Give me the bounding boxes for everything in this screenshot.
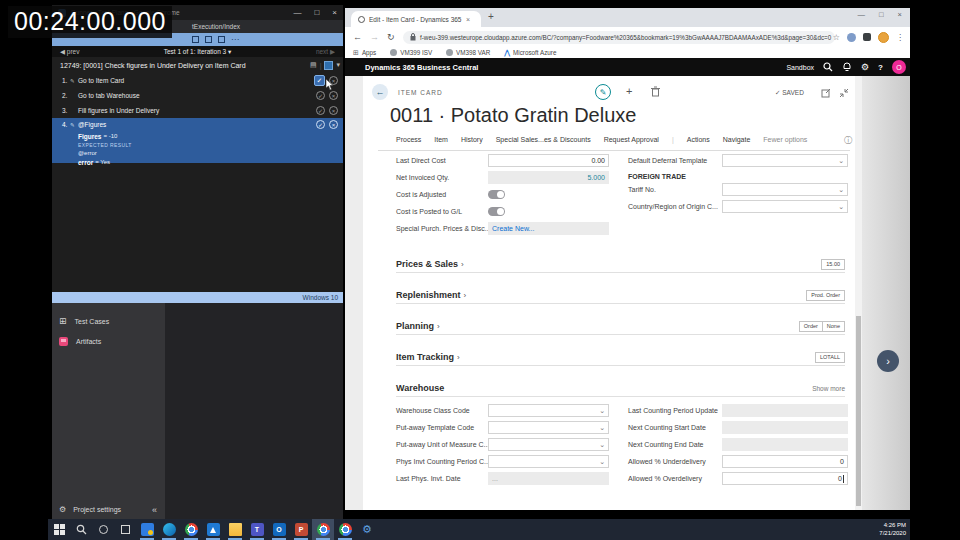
fasttab-summary-tile[interactable]: Prod. Order [806, 290, 845, 301]
bookmark-item[interactable]: ⋀Microsoft Azure [504, 49, 556, 57]
taskbar-app-powerpoint[interactable]: P [290, 519, 312, 540]
window-close-button[interactable]: × [898, 10, 902, 19]
edit-pencil-icon[interactable]: ✎ [595, 84, 611, 100]
collapse-sidebar-icon[interactable]: « [152, 505, 157, 515]
bookmark-star-icon[interactable]: ☆ [833, 33, 840, 42]
show-more-link[interactable]: Show more [812, 385, 845, 392]
runner-minimize-button[interactable]: — [293, 8, 301, 17]
profile-sync-icon[interactable] [847, 33, 856, 42]
taskbar-clock[interactable]: 4:26 PM 7/21/2020 [879, 521, 906, 537]
attach-icon[interactable] [218, 36, 225, 43]
scrollbar-thumb[interactable] [856, 316, 861, 506]
forward-icon[interactable]: → [370, 32, 379, 42]
taskbar-app-outlook[interactable]: O [268, 519, 290, 540]
menu-process[interactable]: Process [396, 136, 421, 143]
new-record-icon[interactable]: + [626, 85, 632, 97]
help-icon[interactable]: ? [878, 63, 883, 72]
title-menu-caret-icon[interactable]: ▾ [336, 61, 340, 69]
fasttab-item-tracking[interactable]: Item Tracking › LOTALL [396, 349, 845, 366]
taskbar-app-settings[interactable]: ⚙ [356, 519, 378, 540]
sidebar-item-artifacts[interactable]: Artifacts [52, 331, 165, 351]
next-test-button[interactable]: next ▶ [316, 48, 335, 56]
delete-trash-icon[interactable] [651, 86, 660, 97]
allowed-overdelivery-field[interactable]: 0 [722, 472, 848, 485]
iteration-selector[interactable]: Test 1 of 1: Iteration 3 ▾ [52, 48, 343, 56]
tab-close-icon[interactable]: × [466, 16, 470, 23]
last-direct-cost-field[interactable]: 0.00 [488, 154, 609, 167]
fasttab-prices-sales[interactable]: Prices & Sales › 15.00 [396, 256, 845, 273]
put-away-template-select[interactable]: ⌄ [488, 421, 609, 434]
taskbar-app-mail[interactable] [202, 519, 224, 540]
window-maximize-button[interactable]: □ [879, 10, 884, 19]
browser-avatar[interactable] [878, 32, 889, 43]
fasttab-summary-tile[interactable]: LOTALL [815, 352, 845, 363]
taskbar-app-chrome[interactable] [180, 519, 202, 540]
collapse-page-icon[interactable] [839, 88, 849, 98]
menu-navigate[interactable]: Navigate [723, 136, 751, 143]
sidebar-item-test-cases[interactable]: ⊞ Test Cases [52, 311, 165, 331]
step-pass-button[interactable]: ✓ [316, 120, 325, 129]
taskbar-app-chrome-active[interactable] [312, 519, 334, 540]
cortana-button[interactable] [92, 519, 114, 540]
tariff-no-select[interactable]: ⌄ [722, 183, 848, 196]
country-of-origin-select[interactable]: ⌄ [722, 200, 848, 213]
allowed-underdelivery-field[interactable]: 0 [722, 455, 848, 468]
fasttab-summary-tile[interactable]: None [823, 321, 845, 332]
screenshot-icon[interactable] [205, 36, 212, 43]
browser-menu-icon[interactable]: ⋮ [896, 33, 904, 42]
menu-request-approval[interactable]: Request Approval [604, 136, 659, 143]
address-bar[interactable]: f-weu-399.westeurope.cloudapp.azure.com/… [403, 31, 835, 44]
screen-capture-icon[interactable] [192, 36, 199, 43]
fasttab-warehouse[interactable]: Warehouse Show more [396, 380, 845, 397]
fasttab-planning[interactable]: Planning › Order None [396, 318, 845, 335]
default-deferral-template-select[interactable]: ⌄ [722, 154, 848, 167]
bookmark-item[interactable]: VM399 ISV [390, 49, 432, 56]
step-fail-button[interactable]: × [329, 91, 338, 100]
step-pass-button[interactable]: ✓ [316, 91, 325, 100]
back-button[interactable]: ← [372, 84, 388, 100]
menu-history[interactable]: History [461, 136, 483, 143]
settings-gear-icon[interactable]: ⚙ [861, 62, 869, 72]
menu-special-sales[interactable]: Special Sales...es & Discounts [496, 136, 591, 143]
search-icon[interactable] [823, 62, 833, 72]
bookmark-item[interactable]: VM398 VAR [446, 49, 490, 56]
fasttab-summary-tile[interactable]: 15.00 [821, 259, 845, 270]
comment-icon[interactable] [324, 61, 333, 70]
phys-invt-counting-period-select[interactable]: ⌄ [488, 455, 609, 468]
attachment-doc-icon[interactable]: ▤ [310, 61, 317, 69]
step-pass-button[interactable]: ✓ [316, 106, 325, 115]
special-purch-prices-link[interactable]: Create New... [488, 222, 609, 235]
taskbar-app-snip[interactable] [136, 519, 158, 540]
popout-window-icon[interactable] [821, 88, 831, 98]
menu-item[interactable]: Item [434, 136, 448, 143]
task-view-button[interactable] [114, 519, 136, 540]
back-icon[interactable]: ← [353, 32, 362, 42]
warehouse-class-code-select[interactable]: ⌄ [488, 404, 609, 417]
test-step-row[interactable]: 3. Fill figures in Under Delivery ✓ × [52, 103, 343, 118]
taskbar-app-edge[interactable] [158, 519, 180, 540]
fasttab-replenishment[interactable]: Replenishment › Prod. Order [396, 287, 845, 304]
taskbar-app-teams[interactable]: T [246, 519, 268, 540]
cost-is-adjusted-toggle[interactable] [488, 190, 505, 199]
taskbar-search-button[interactable] [70, 519, 92, 540]
step-pass-button[interactable]: ✓ [314, 75, 325, 86]
project-settings[interactable]: ⚙ Project settings « [52, 505, 165, 514]
fasttab-summary-tile[interactable]: Order [799, 321, 823, 332]
taskbar-file-explorer[interactable] [224, 519, 246, 540]
cost-posted-to-gl-toggle[interactable] [488, 207, 505, 216]
put-away-uom-select[interactable]: ⌄ [488, 438, 609, 451]
extension-icon[interactable] [863, 33, 871, 41]
start-button[interactable] [48, 519, 70, 540]
menu-actions[interactable]: Actions [687, 136, 710, 143]
user-avatar[interactable]: O [892, 60, 906, 74]
test-step-row-selected[interactable]: 4. ✎ @Figures ✓ × Figures= -10 EXPECTED … [52, 118, 343, 163]
info-icon[interactable]: ⓘ [844, 135, 852, 146]
bc-app-title[interactable]: Dynamics 365 Business Central [365, 63, 478, 72]
step-fail-button[interactable]: × [329, 106, 338, 115]
runner-close-button[interactable]: × [332, 8, 337, 17]
next-record-button[interactable]: › [877, 350, 899, 372]
net-invoiced-qty-field[interactable]: 5.000 [488, 171, 609, 184]
new-tab-button[interactable]: + [488, 11, 494, 22]
reload-icon[interactable]: ↻ [387, 32, 395, 42]
runner-maximize-button[interactable]: □ [314, 8, 319, 17]
